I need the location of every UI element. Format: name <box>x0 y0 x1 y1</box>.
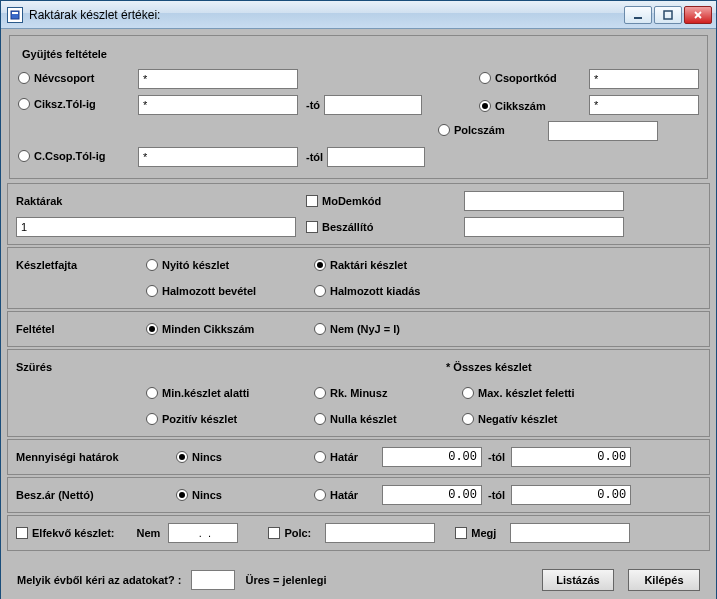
section-szures: Szürés * Összes készlet Min.készlet alat… <box>7 349 710 437</box>
radio-nulla[interactable]: Nulla készlet <box>314 413 454 425</box>
keszletfajta-label: Készletfajta <box>16 259 146 271</box>
menny-label: Mennyiségi határok <box>16 451 176 463</box>
radio-min[interactable]: Min.készlet alatti <box>146 387 306 399</box>
maximize-button[interactable] <box>654 6 682 24</box>
window-title: Raktárak készlet értékei: <box>29 8 624 22</box>
radio-minden[interactable]: Minden Cikkszám <box>146 323 306 335</box>
radio-nyito[interactable]: Nyitó készlet <box>146 259 306 271</box>
year-hint: Üres = jelenlegi <box>245 574 326 586</box>
ccsop-to-input[interactable] <box>327 147 425 167</box>
radio-menny-nincs[interactable]: Nincs <box>176 451 306 463</box>
check-polc[interactable]: Polc: <box>268 527 311 539</box>
ciksz-to-input[interactable] <box>324 95 422 115</box>
group-gyujtes: Gyüjtés feltétele Névcsoport Csoportkód … <box>9 35 708 179</box>
modemkod-input[interactable] <box>464 191 624 211</box>
csoportkod-input[interactable] <box>589 69 699 89</box>
client-area: Gyüjtés feltétele Névcsoport Csoportkód … <box>1 29 716 599</box>
menny-v2[interactable] <box>511 447 631 467</box>
section-feltetel: Feltétel Minden Cikkszám Nem (NyJ = I) <box>7 311 710 347</box>
check-megj[interactable]: Megj <box>455 527 496 539</box>
kilepes-button[interactable]: Kilépés <box>628 569 700 591</box>
polc-input[interactable] <box>325 523 435 543</box>
radio-polcszam[interactable]: Polcszám <box>438 124 505 136</box>
raktarak-label: Raktárak <box>16 195 136 207</box>
menny-v1[interactable] <box>382 447 482 467</box>
ccsop-tol-suffix: -tól <box>306 151 323 163</box>
beszar-v2[interactable] <box>511 485 631 505</box>
feltetel-label: Feltétel <box>16 323 146 335</box>
radio-cikkszam[interactable]: Cikkszám <box>479 100 546 112</box>
radio-halm-bev[interactable]: Halmozott bevétel <box>146 285 306 297</box>
radio-poz[interactable]: Pozitív készlet <box>146 413 306 425</box>
section-raktarak: Raktárak MoDemkód Beszállító <box>7 183 710 245</box>
group-title: Gyüjtés feltétele <box>18 48 111 60</box>
radio-nevcsoport[interactable]: Névcsoport <box>18 72 95 84</box>
szures-label: Szürés <box>16 361 146 373</box>
minimize-button[interactable] <box>624 6 652 24</box>
section-beszar: Besz.ár (Nettó) Nincs Határ -tól <box>7 477 710 513</box>
radio-beszar-hatar[interactable]: Határ <box>314 489 374 501</box>
titlebar[interactable]: Raktárak készlet értékei: <box>1 1 716 29</box>
section-bottom: Elfekvő készlet: Nem Polc: Megj <box>7 515 710 551</box>
ciksz-to-suffix: -tó <box>306 99 320 111</box>
radio-beszar-nincs[interactable]: Nincs <box>176 489 306 501</box>
svg-rect-1 <box>12 12 18 14</box>
beszallito-input[interactable] <box>464 217 624 237</box>
year-question: Melyik évből kéri az adatokat? : <box>17 574 181 586</box>
check-modemkod[interactable]: MoDemkód <box>306 195 416 207</box>
radio-menny-hatar[interactable]: Határ <box>314 451 374 463</box>
beszar-label: Besz.ár (Nettó) <box>16 489 176 501</box>
menny-tol: -tól <box>488 451 505 463</box>
footer: Melyik évből kéri az adatokat? : Üres = … <box>7 553 710 599</box>
osszes-label: * Összes készlet <box>446 361 532 373</box>
polcszam-input[interactable] <box>548 121 658 141</box>
beszar-tol: -tól <box>488 489 505 501</box>
window: Raktárak készlet értékei: Gyüjtés feltét… <box>0 0 717 599</box>
radio-ccsop[interactable]: C.Csop.Tól-ig <box>18 150 106 162</box>
ccsop-from-input[interactable] <box>138 147 298 167</box>
radio-ciksz[interactable]: Ciksz.Tól-ig <box>18 98 96 110</box>
year-input[interactable] <box>191 570 235 590</box>
elfekvo-date[interactable] <box>168 523 238 543</box>
section-keszletfajta: Készletfajta Nyitó készlet Raktári készl… <box>7 247 710 309</box>
radio-neg[interactable]: Negatív készlet <box>462 413 622 425</box>
nevcsoport-input[interactable] <box>138 69 298 89</box>
svg-rect-3 <box>664 11 672 19</box>
check-elfekvo[interactable]: Elfekvő készlet: <box>16 527 115 539</box>
section-menny: Mennyiségi határok Nincs Határ -tól <box>7 439 710 475</box>
svg-rect-2 <box>634 17 642 19</box>
close-button[interactable] <box>684 6 712 24</box>
cikkszam-input[interactable] <box>589 95 699 115</box>
listazas-button[interactable]: Listázás <box>542 569 614 591</box>
radio-raktari[interactable]: Raktári készlet <box>314 259 474 271</box>
radio-nem-nyj[interactable]: Nem (NyJ = I) <box>314 323 474 335</box>
check-beszallito[interactable]: Beszállító <box>306 221 416 233</box>
ciksz-from-input[interactable] <box>138 95 298 115</box>
raktarak-input[interactable] <box>16 217 296 237</box>
beszar-v1[interactable] <box>382 485 482 505</box>
radio-csoportkod[interactable]: Csoportkód <box>479 72 557 84</box>
radio-max[interactable]: Max. készlet feletti <box>462 387 622 399</box>
radio-halm-kiad[interactable]: Halmozott kiadás <box>314 285 474 297</box>
app-icon <box>7 7 23 23</box>
megj-input[interactable] <box>510 523 630 543</box>
radio-rkmin[interactable]: Rk. Minusz <box>314 387 454 399</box>
elfekvo-nem: Nem <box>137 527 161 539</box>
